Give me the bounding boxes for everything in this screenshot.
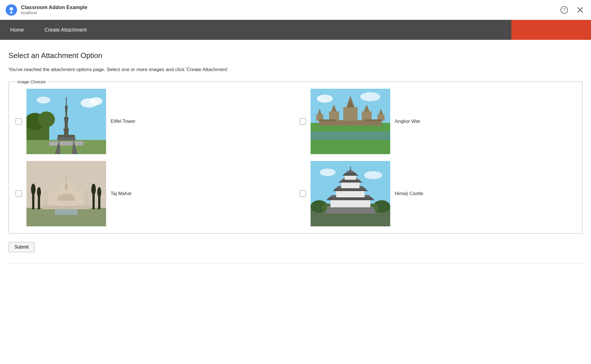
nav-bar: Home Create Attachment (0, 20, 591, 40)
svg-rect-38 (365, 119, 382, 121)
svg-rect-74 (336, 190, 365, 197)
svg-point-39 (317, 95, 333, 103)
image-item-taj: Taj Mahal (16, 161, 291, 226)
svg-point-40 (360, 92, 380, 101)
image-choices-fieldset: Image Choices (9, 79, 582, 233)
nav-action-button[interactable] (511, 20, 591, 40)
close-button[interactable] (575, 5, 585, 15)
svg-point-21 (37, 97, 50, 104)
svg-rect-11 (49, 141, 83, 146)
svg-marker-72 (326, 197, 375, 200)
label-angkor: Angkor Wat (395, 119, 420, 124)
label-taj: Taj Mahal (111, 191, 131, 197)
bottom-divider (9, 264, 582, 264)
svg-marker-75 (333, 188, 368, 191)
submit-button[interactable]: Submit (9, 242, 35, 252)
svg-rect-26 (343, 107, 358, 121)
svg-rect-63 (58, 201, 75, 206)
svg-rect-24 (311, 131, 390, 140)
label-himeji: Himeji Castle (395, 191, 423, 197)
image-taj-mahal (26, 161, 106, 226)
checkbox-taj[interactable] (16, 191, 22, 197)
nav-create-attachment[interactable]: Create Attachment (34, 20, 97, 40)
image-himeji-castle (311, 161, 390, 226)
svg-point-49 (91, 184, 96, 195)
svg-marker-70 (325, 206, 376, 214)
svg-rect-15 (57, 137, 75, 140)
app-title: Classroom Addon Example (21, 5, 87, 11)
app-logo-icon (6, 4, 17, 16)
main-content: Select an Attachment Option You've reach… (0, 40, 591, 275)
svg-marker-16 (64, 117, 69, 129)
checkbox-eiffel[interactable] (16, 118, 22, 125)
svg-point-85 (364, 171, 382, 179)
title-bar-right: ? (559, 5, 585, 15)
svg-marker-78 (338, 180, 362, 183)
svg-rect-77 (341, 182, 359, 188)
svg-point-1 (10, 7, 13, 11)
image-grid: Eiffel Tower (16, 89, 575, 226)
svg-marker-17 (65, 106, 68, 117)
app-subtitle: localhost (21, 11, 87, 15)
help-button[interactable]: ? (559, 5, 569, 15)
image-item-eiffel: Eiffel Tower (16, 89, 291, 154)
title-bar: Classroom Addon Example localhost ? (0, 0, 591, 20)
image-item-himeji: Himeji Castle (300, 161, 575, 226)
svg-rect-80 (345, 175, 356, 180)
svg-rect-71 (330, 199, 370, 207)
svg-point-20 (90, 97, 102, 105)
svg-point-51 (97, 187, 101, 197)
svg-point-47 (37, 187, 41, 197)
svg-point-55 (65, 183, 68, 190)
fieldset-legend: Image Choices (16, 79, 47, 84)
description-text: You've reached the attachment options pa… (9, 67, 582, 73)
title-info: Classroom Addon Example localhost (21, 5, 87, 15)
svg-rect-43 (55, 209, 78, 215)
image-angkor-wat (311, 89, 390, 154)
svg-point-9 (38, 111, 55, 127)
svg-rect-37 (319, 119, 336, 121)
checkbox-angkor[interactable] (300, 118, 306, 125)
checkbox-himeji[interactable] (300, 191, 306, 197)
svg-text:?: ? (563, 8, 566, 13)
label-eiffel: Eiffel Tower (111, 119, 135, 124)
title-bar-left: Classroom Addon Example localhost (6, 4, 87, 16)
page-title: Select an Attachment Option (9, 51, 582, 60)
image-item-angkor: Angkor Wat (300, 89, 575, 154)
svg-point-45 (31, 184, 36, 195)
nav-home[interactable]: Home (0, 20, 34, 40)
image-eiffel-tower (26, 89, 106, 154)
svg-point-84 (320, 169, 336, 176)
